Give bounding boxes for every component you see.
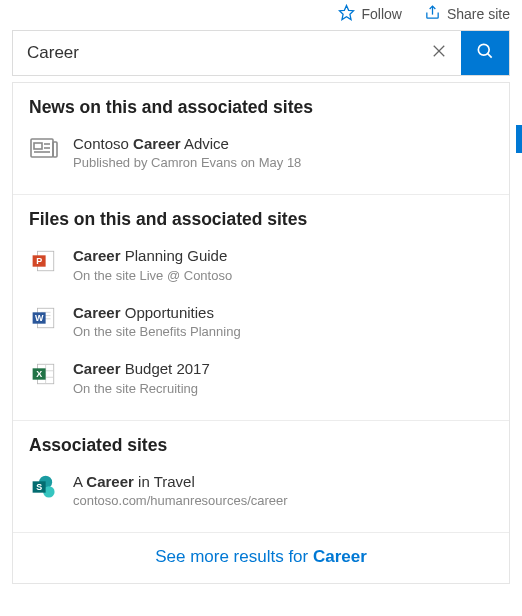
file-item-title: Career Opportunities: [73, 303, 493, 323]
share-label: Share site: [447, 6, 510, 22]
file-item-title: Career Budget 2017: [73, 359, 493, 379]
search-bar: [12, 30, 510, 76]
svg-rect-6: [53, 142, 57, 157]
close-icon: [430, 42, 448, 64]
scroll-indicator: [516, 125, 522, 153]
top-actions-bar: Follow Share site: [0, 0, 522, 30]
file-item-body: Career Planning Guide On the site Live @…: [73, 246, 493, 284]
excel-icon: X: [29, 359, 59, 387]
svg-marker-0: [340, 5, 354, 19]
news-item-title: Contoso Career Advice: [73, 134, 493, 154]
search-button[interactable]: [461, 31, 509, 75]
svg-text:X: X: [36, 370, 42, 380]
section-news: News on this and associated sites Contos…: [13, 83, 509, 194]
follow-button[interactable]: Follow: [338, 4, 401, 24]
powerpoint-icon: P: [29, 246, 59, 274]
file-item-sub: On the site Benefits Planning: [73, 323, 493, 341]
svg-point-3: [478, 44, 489, 55]
file-item-sub: On the site Live @ Contoso: [73, 267, 493, 285]
star-icon: [338, 4, 355, 24]
file-result-item[interactable]: W Career Opportunities On the site Benef…: [29, 297, 493, 353]
search-icon: [475, 41, 495, 65]
file-item-sub: On the site Recruiting: [73, 380, 493, 398]
share-icon: [424, 4, 441, 24]
word-icon: W: [29, 303, 59, 331]
file-item-body: Career Opportunities On the site Benefit…: [73, 303, 493, 341]
section-files-heading: Files on this and associated sites: [29, 209, 493, 230]
news-item-sub: Published by Camron Evans on May 18: [73, 154, 493, 172]
see-more-results-link[interactable]: See more results for Career: [13, 532, 509, 583]
results-panel: News on this and associated sites Contos…: [12, 82, 510, 584]
news-item-body: Contoso Career Advice Published by Camro…: [73, 134, 493, 172]
svg-line-4: [488, 54, 492, 58]
svg-rect-7: [34, 143, 42, 149]
svg-text:P: P: [36, 257, 42, 267]
site-item-sub: contoso.com/humanresources/career: [73, 492, 493, 510]
site-result-item[interactable]: S A Career in Travel contoso.com/humanre…: [29, 466, 493, 522]
search-input[interactable]: [13, 31, 417, 75]
svg-text:W: W: [35, 313, 44, 323]
svg-text:S: S: [36, 482, 42, 492]
section-news-heading: News on this and associated sites: [29, 97, 493, 118]
sharepoint-icon: S: [29, 472, 59, 500]
file-result-item[interactable]: X Career Budget 2017 On the site Recruit…: [29, 353, 493, 409]
clear-search-button[interactable]: [417, 31, 461, 75]
section-sites: Associated sites S A Career in Travel co…: [13, 420, 509, 532]
file-result-item[interactable]: P Career Planning Guide On the site Live…: [29, 240, 493, 296]
share-site-button[interactable]: Share site: [424, 4, 510, 24]
see-more-term: Career: [313, 547, 367, 566]
see-more-prefix: See more results for: [155, 547, 313, 566]
follow-label: Follow: [361, 6, 401, 22]
news-icon: [29, 134, 59, 160]
section-sites-heading: Associated sites: [29, 435, 493, 456]
site-item-body: A Career in Travel contoso.com/humanreso…: [73, 472, 493, 510]
news-result-item[interactable]: Contoso Career Advice Published by Camro…: [29, 128, 493, 184]
file-item-title: Career Planning Guide: [73, 246, 493, 266]
section-files: Files on this and associated sites P Car…: [13, 194, 509, 419]
file-item-body: Career Budget 2017 On the site Recruitin…: [73, 359, 493, 397]
site-item-title: A Career in Travel: [73, 472, 493, 492]
